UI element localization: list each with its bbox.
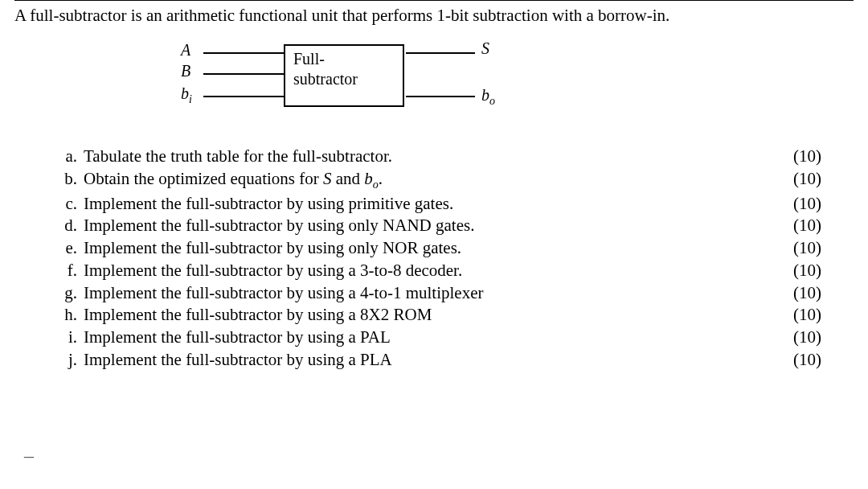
output-bo-sub: o xyxy=(489,95,495,107)
input-bi-base: b xyxy=(181,84,189,102)
output-bo-label: bo xyxy=(481,86,495,108)
question-label: h. xyxy=(53,304,84,327)
intro-text: A full-subtractor is an arithmetic funct… xyxy=(14,4,854,27)
question-label: j. xyxy=(53,349,84,372)
box-text-1: Full- xyxy=(293,49,395,69)
full-subtractor-box: Full- subtractor xyxy=(284,44,404,107)
question-label: c. xyxy=(53,193,84,216)
question-text: Implement the full-subtractor by using a… xyxy=(84,260,773,282)
question-text: Implement the full-subtractor by using a… xyxy=(84,304,773,327)
question-text: Implement the full-subtractor by using a… xyxy=(84,282,773,305)
wire-B xyxy=(203,73,284,75)
question-label: d. xyxy=(53,215,84,237)
input-B-label: B xyxy=(181,62,190,80)
full-subtractor-diagram: A B bi Full- subtractor S bo xyxy=(163,44,581,125)
wire-bo xyxy=(406,96,475,97)
wire-S xyxy=(406,52,475,54)
input-bi-label: bi xyxy=(181,84,192,106)
question-points: (10) xyxy=(773,349,821,372)
question-row: h.Implement the full-subtractor by using… xyxy=(53,304,821,327)
question-points: (10) xyxy=(773,327,821,349)
question-points: (10) xyxy=(773,304,821,327)
question-text: Implement the full-subtractor by using a… xyxy=(84,327,773,349)
question-label: i. xyxy=(53,327,84,349)
question-row: e.Implement the full-subtractor by using… xyxy=(53,237,821,260)
question-row: d.Implement the full-subtractor by using… xyxy=(53,215,821,237)
question-text: Obtain the optimized equations for S and… xyxy=(84,168,773,193)
question-text: Implement the full-subtractor by using a… xyxy=(84,349,773,372)
question-text: Implement the full-subtractor by using p… xyxy=(84,193,773,216)
question-points: (10) xyxy=(773,260,821,282)
question-label: b. xyxy=(53,168,84,191)
question-label: f. xyxy=(53,260,84,282)
question-label: g. xyxy=(53,282,84,305)
diagram-container: A B bi Full- subtractor S bo xyxy=(14,44,854,125)
question-points: (10) xyxy=(773,237,821,260)
wire-bi xyxy=(203,96,284,97)
question-points: (10) xyxy=(773,168,821,191)
footer-dash: – xyxy=(24,445,34,466)
question-row: j.Implement the full-subtractor by using… xyxy=(53,349,821,372)
input-bi-sub: i xyxy=(189,93,192,105)
question-points: (10) xyxy=(773,193,821,216)
top-rule xyxy=(14,0,854,1)
question-text: Implement the full-subtractor by using o… xyxy=(84,237,773,260)
question-label: a. xyxy=(53,146,84,168)
question-row: g.Implement the full-subtractor by using… xyxy=(53,282,821,305)
question-text: Implement the full-subtractor by using o… xyxy=(84,215,773,237)
input-A-label: A xyxy=(181,41,190,60)
wire-A xyxy=(203,52,284,54)
box-text-2: subtractor xyxy=(293,69,395,89)
question-row: f.Implement the full-subtractor by using… xyxy=(53,260,821,282)
question-row: c.Implement the full-subtractor by using… xyxy=(53,193,821,216)
question-points: (10) xyxy=(773,215,821,237)
output-bo-base: b xyxy=(481,86,489,104)
page: A full-subtractor is an arithmetic funct… xyxy=(0,0,868,379)
question-points: (10) xyxy=(773,146,821,168)
question-list: a.Tabulate the truth table for the full-… xyxy=(14,146,854,371)
question-row: a.Tabulate the truth table for the full-… xyxy=(53,146,821,168)
question-text: Tabulate the truth table for the full-su… xyxy=(84,146,773,168)
question-row: b.Obtain the optimized equations for S a… xyxy=(53,168,821,193)
question-label: e. xyxy=(53,237,84,260)
question-points: (10) xyxy=(773,282,821,305)
output-S-label: S xyxy=(481,39,489,58)
question-row: i.Implement the full-subtractor by using… xyxy=(53,327,821,349)
